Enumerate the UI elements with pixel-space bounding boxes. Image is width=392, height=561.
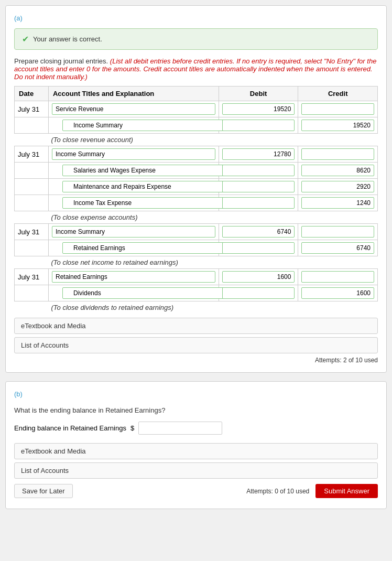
debit-cell	[219, 240, 298, 256]
credit-cell	[298, 101, 378, 117]
header-credit: Credit	[298, 87, 378, 101]
credit-input[interactable]	[301, 103, 374, 115]
account-input[interactable]	[62, 120, 226, 131]
account-input[interactable]	[52, 148, 215, 160]
date-cell	[15, 285, 49, 301]
credit-input[interactable]	[301, 287, 374, 299]
date-cell: July 31	[15, 146, 49, 163]
account-cell	[48, 179, 219, 195]
debit-cell	[219, 224, 298, 240]
credit-input[interactable]	[301, 165, 374, 176]
section-b-label: (b)	[14, 390, 378, 398]
debit-cell	[219, 269, 298, 285]
debit-input[interactable]	[222, 103, 295, 115]
section-a-label: (a)	[14, 14, 378, 22]
bottom-actions: Save for Later Attempts: 0 of 10 used Su…	[14, 484, 378, 498]
debit-cell	[219, 163, 298, 179]
section-a: (a) ✔ Your answer is correct. Prepare cl…	[5, 5, 387, 373]
credit-input[interactable]	[301, 181, 374, 192]
credit-cell	[298, 146, 378, 163]
save-later-button[interactable]: Save for Later	[14, 484, 73, 498]
credit-cell	[298, 117, 378, 134]
account-input[interactable]	[52, 103, 215, 115]
header-date: Date	[15, 87, 49, 101]
header-debit: Debit	[219, 87, 298, 101]
balance-label: Ending balance in Retained Earnings	[14, 424, 126, 432]
date-cell: July 31	[15, 224, 49, 240]
section-b-content: What is the ending balance in Retained E…	[14, 404, 378, 500]
debit-cell	[219, 179, 298, 195]
attempts-b: Attempts: 0 of 10 used	[246, 488, 309, 495]
credit-input[interactable]	[301, 120, 374, 131]
account-cell	[48, 117, 219, 134]
date-cell: July 31	[15, 101, 49, 117]
debit-input[interactable]	[222, 181, 295, 192]
attempts-a: Attempts: 2 of 10 used	[14, 357, 378, 364]
list-of-accounts-button-a[interactable]: List of Accounts	[14, 337, 378, 353]
credit-input[interactable]	[301, 197, 374, 209]
debit-cell	[219, 101, 298, 117]
submit-answer-button[interactable]: Submit Answer	[315, 484, 378, 498]
account-input[interactable]	[62, 181, 226, 192]
credit-cell	[298, 195, 378, 211]
account-input[interactable]	[62, 287, 226, 299]
date-cell	[15, 163, 49, 179]
credit-cell	[298, 179, 378, 195]
note-cell: (To close revenue account)	[15, 134, 378, 146]
credit-cell	[298, 240, 378, 256]
account-cell	[48, 285, 219, 301]
date-cell: July 31	[15, 269, 49, 285]
header-account: Account Titles and Explanation	[48, 87, 219, 101]
credit-cell	[298, 269, 378, 285]
instruction-text: Prepare closing journal entries. (List a…	[14, 57, 378, 81]
credit-cell	[298, 163, 378, 179]
debit-input[interactable]	[222, 271, 295, 283]
check-icon: ✔	[22, 34, 29, 44]
question-text: What is the ending balance in Retained E…	[14, 406, 378, 414]
section-b: (b) What is the ending balance in Retain…	[5, 381, 387, 509]
credit-input[interactable]	[301, 226, 374, 238]
journal-table: Date Account Titles and Explanation Debi…	[14, 86, 378, 314]
etextbook-button-b[interactable]: eTextbook and Media	[14, 443, 378, 459]
debit-cell	[219, 146, 298, 163]
account-cell	[48, 146, 219, 163]
debit-input[interactable]	[222, 148, 295, 160]
credit-cell	[298, 224, 378, 240]
date-cell	[15, 240, 49, 256]
success-message: Your answer is correct.	[33, 35, 102, 43]
account-input[interactable]	[62, 242, 226, 254]
account-cell	[48, 101, 219, 117]
success-banner: ✔ Your answer is correct.	[14, 28, 378, 50]
account-cell	[48, 240, 219, 256]
list-of-accounts-button-b[interactable]: List of Accounts	[14, 462, 378, 479]
credit-input[interactable]	[301, 271, 374, 283]
debit-input[interactable]	[222, 165, 295, 176]
date-cell	[15, 195, 49, 211]
credit-input[interactable]	[301, 148, 374, 160]
note-cell: (To close expense accounts)	[15, 211, 378, 224]
debit-cell	[219, 285, 298, 301]
account-cell	[48, 269, 219, 285]
debit-input[interactable]	[222, 120, 295, 131]
date-cell	[15, 179, 49, 195]
balance-input[interactable]	[138, 422, 222, 435]
debit-input[interactable]	[222, 197, 295, 209]
account-input[interactable]	[62, 197, 226, 209]
account-input[interactable]	[52, 271, 215, 283]
account-cell	[48, 224, 219, 240]
note-cell: (To close dividends to retained earnings…	[15, 301, 378, 314]
credit-input[interactable]	[301, 242, 374, 254]
debit-input[interactable]	[222, 242, 295, 254]
debit-input[interactable]	[222, 226, 295, 238]
debit-input[interactable]	[222, 287, 295, 299]
debit-cell	[219, 117, 298, 134]
debit-cell	[219, 195, 298, 211]
date-cell	[15, 117, 49, 134]
credit-cell	[298, 285, 378, 301]
etextbook-button-a[interactable]: eTextbook and Media	[14, 318, 378, 334]
account-cell	[48, 195, 219, 211]
account-input[interactable]	[62, 165, 226, 176]
currency-symbol: $	[130, 424, 134, 432]
note-cell: (To close net income to retained earning…	[15, 256, 378, 269]
account-input[interactable]	[52, 226, 215, 238]
